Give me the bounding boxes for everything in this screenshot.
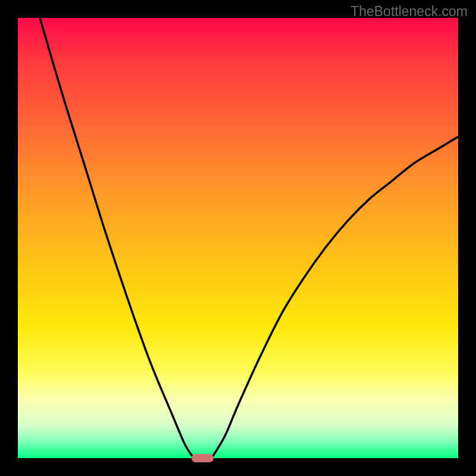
right-curve-path <box>212 137 458 458</box>
bottleneck-marker <box>192 454 214 462</box>
chart-curves <box>18 18 458 458</box>
chart-plot-area <box>18 18 458 458</box>
watermark-text: TheBottleneck.com <box>350 4 468 20</box>
left-curve-path <box>40 18 194 458</box>
